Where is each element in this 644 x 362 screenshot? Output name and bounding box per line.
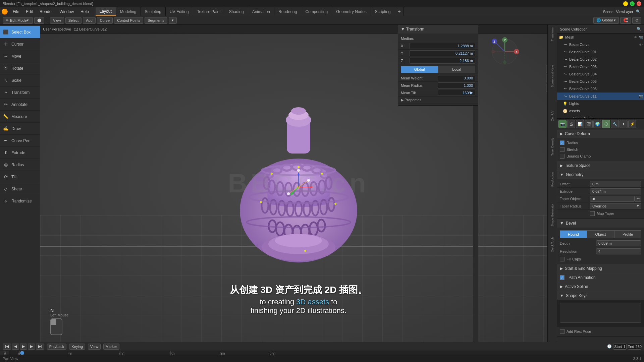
segments-dropdown[interactable]: ▾	[169, 17, 177, 24]
select-menu[interactable]: Select	[65, 17, 82, 24]
extrude-value[interactable]: 0.024 m	[590, 188, 641, 194]
fill-caps-checkbox[interactable]	[560, 257, 565, 261]
minimize-button[interactable]: ─	[623, 1, 628, 6]
modifier-props-btn[interactable]: 🔧	[611, 120, 619, 128]
bevel-header[interactable]: ▼ Bevel	[557, 219, 644, 228]
tab-modeling[interactable]: Modeling	[116, 7, 141, 16]
active-spline-header[interactable]: ▶ Active Spline	[557, 282, 644, 291]
geometry-header[interactable]: ▼ Geometry	[557, 170, 644, 179]
camera-icon[interactable]: 📷	[639, 95, 643, 98]
tool-extrude[interactable]: ⬆ Extrude	[0, 147, 40, 159]
outliner-item-beziercurve005[interactable]: 〜 BezierCurve.005	[557, 78, 644, 85]
eye-icon[interactable]: 👁	[634, 36, 637, 39]
tab-shading[interactable]: Shading	[225, 7, 248, 16]
proportional-edit[interactable]: ⊙	[632, 17, 641, 24]
menu-window[interactable]: Window	[56, 7, 77, 16]
radius-checkbox[interactable]: ✓	[560, 140, 565, 145]
transform-orientation[interactable]: 🌐 Global ▾	[593, 17, 619, 24]
taper-radius-value[interactable]: Override ▾	[590, 203, 641, 209]
tool-tilt[interactable]: ⟳ Tilt	[0, 171, 40, 183]
offset-value[interactable]: 0 m	[590, 181, 641, 187]
transform-section-header[interactable]: ▼ Transform	[398, 25, 478, 34]
tab-scripting[interactable]: Scripting	[371, 7, 395, 16]
prev-frame-btn[interactable]: ◀	[12, 344, 19, 350]
taper-object-edit-btn[interactable]: ✏	[635, 196, 641, 202]
axis-gizmo[interactable]: Y X Z	[490, 37, 520, 68]
stretch-checkbox[interactable]	[560, 147, 565, 152]
skip-end-btn[interactable]: ▶|	[36, 344, 44, 350]
tool-draw[interactable]: ✍ Draw	[0, 123, 40, 135]
outliner-item-beziercurve002[interactable]: 〜 BezierCurve.002	[557, 56, 644, 63]
render-props-btn[interactable]: 📷	[558, 120, 567, 128]
control-points-menu[interactable]: Control Points	[114, 17, 143, 24]
keying-btn[interactable]: Keying	[69, 344, 85, 350]
output-props-btn[interactable]: 🖨	[567, 120, 575, 128]
tool-radius[interactable]: ◎ Radius	[0, 159, 40, 171]
tool-measure[interactable]: 📏 Measure	[0, 111, 40, 123]
tool-curve-pen[interactable]: ✒ Curve Pen	[0, 135, 40, 147]
end-frame-input[interactable]: End 250	[628, 344, 641, 350]
outliner-item-beziercurve004[interactable]: 〜 BezierCurve.004	[557, 70, 644, 78]
menu-file[interactable]: File	[9, 7, 22, 16]
playback-btn[interactable]: Playback	[47, 344, 67, 350]
eye-icon-2[interactable]: 👁	[639, 43, 643, 47]
mean-weight-value[interactable]: 0.000	[438, 75, 475, 81]
bounds-clamp-checkbox[interactable]	[560, 154, 565, 159]
tool-scale[interactable]: ⤡ Scale	[0, 74, 40, 86]
tool-transform[interactable]: ⌖ Transform	[0, 86, 40, 99]
view-menu[interactable]: View	[50, 17, 64, 24]
start-frame-input[interactable]: Start 1	[613, 344, 627, 350]
y-value[interactable]: 0.21127 m	[410, 50, 475, 56]
search-icon[interactable]: 🔍	[636, 9, 641, 14]
outliner-item-mesh[interactable]: 📁 Mesh 👁 📷	[557, 34, 644, 41]
close-button[interactable]: ✕	[637, 1, 641, 6]
next-frame-btn[interactable]: ▶	[28, 344, 35, 350]
mode-selector[interactable]: ✏ Edit Mode ▾	[3, 17, 33, 24]
snap-toggle[interactable]: 🧲	[620, 17, 631, 24]
resolution-value[interactable]: 4	[596, 248, 641, 254]
outliner-item-beziercurve003[interactable]: 〜 BezierCurve.003	[557, 63, 644, 70]
render-icon[interactable]: 📷	[639, 36, 643, 39]
add-menu[interactable]: Add	[83, 17, 96, 24]
outliner-item-lights[interactable]: 💡 Lights	[557, 100, 644, 107]
outliner-item-beziercurve[interactable]: 〜 BezierCurve 👁	[557, 41, 644, 48]
outliner-item-assets[interactable]: 🌕 assets	[557, 107, 644, 115]
tab-rendering[interactable]: Rendering	[274, 7, 301, 16]
path-animation-checkbox[interactable]: ✓	[560, 275, 565, 280]
tab-animation[interactable]: Animation	[248, 7, 274, 16]
outliner-item-beziercurve006[interactable]: 〜 BezierCurve.006	[557, 85, 644, 93]
depth-value[interactable]: 0.039 m	[596, 240, 641, 246]
tab-uv-editing[interactable]: UV Editing	[166, 7, 193, 16]
maximize-button[interactable]: □	[630, 1, 635, 6]
bevel-profile-btn[interactable]: Profile	[614, 230, 641, 238]
segments-menu[interactable]: Segments	[145, 17, 167, 24]
view-btn[interactable]: View	[88, 344, 101, 350]
tool-rotate[interactable]: ↻ Rotate	[0, 62, 40, 74]
add-rest-pose-checkbox[interactable]	[560, 329, 565, 334]
tab-compositing[interactable]: Compositing	[301, 7, 332, 16]
filter-icon[interactable]: 🔍	[637, 27, 641, 31]
tool-select-box[interactable]: ⬛ Select Box	[0, 26, 40, 38]
tool-annotate[interactable]: ✏ Annotate	[0, 99, 40, 111]
marker-btn[interactable]: Marker	[103, 344, 119, 350]
tool-shear[interactable]: ◇ Shear	[0, 183, 40, 195]
texture-space-header[interactable]: ▶ Texture Space	[557, 161, 644, 170]
map-taper-checkbox[interactable]	[590, 211, 595, 216]
viewport-3d[interactable]: BBCG.cn COS User Perspective (1) BezierC…	[40, 25, 557, 342]
curve-menu[interactable]: Curve	[97, 17, 113, 24]
menu-edit[interactable]: Edit	[22, 7, 36, 16]
physics-props-btn[interactable]: ⚡	[628, 120, 636, 128]
tool-cursor[interactable]: ✛ Cursor	[0, 38, 40, 50]
mean-tilt-value[interactable]: 160° ▶	[438, 90, 475, 96]
path-animation-header[interactable]: ✓ Path Animation	[557, 273, 644, 282]
x-value[interactable]: 1.2888 m	[410, 43, 475, 49]
object-props-btn[interactable]: ⬡	[602, 120, 610, 128]
z-value[interactable]: 2.186 m	[410, 58, 475, 64]
mean-radius-value[interactable]: 1.000	[438, 82, 475, 88]
tab-sculpting[interactable]: Sculpting	[141, 7, 166, 16]
menu-render[interactable]: Render	[36, 7, 56, 16]
world-props-btn[interactable]: 🌍	[593, 120, 601, 128]
tab-add[interactable]: +	[395, 7, 404, 16]
taper-object-value[interactable]: ■	[590, 196, 635, 202]
properties-row[interactable]: ▶ Properties	[398, 97, 478, 104]
